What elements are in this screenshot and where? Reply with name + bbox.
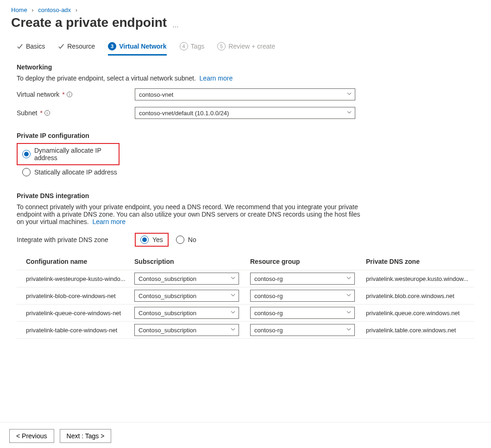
chevron-down-icon	[346, 110, 352, 117]
subnet-label: Subnet * i	[17, 109, 135, 117]
chevron-down-icon	[230, 292, 236, 299]
tab-tags[interactable]: 4 Tags	[180, 39, 205, 54]
tab-basics[interactable]: Basics	[17, 40, 45, 54]
radio-static-ip[interactable]: Statically allocate IP address	[19, 166, 474, 178]
table-row: privatelink-blob-core-windows-netContoso…	[17, 287, 474, 305]
chevron-down-icon	[346, 310, 352, 317]
tab-vnet-label: Virtual Network	[119, 43, 166, 50]
table-row: privatelink-table-core-windows-netContos…	[17, 322, 474, 339]
radio-icon	[22, 168, 31, 176]
subnet-dropdown[interactable]: contoso-vnet/default (10.1.0.0/24)	[135, 107, 355, 119]
ip-config-heading: Private IP configuration	[17, 132, 474, 139]
radio-integrate-yes[interactable]: Yes	[138, 235, 166, 245]
radio-dynamic-ip[interactable]: Dynamically allocate IP address	[19, 145, 117, 163]
networking-learn-more-link[interactable]: Learn more	[200, 75, 233, 82]
radio-icon	[140, 236, 149, 244]
table-row: privatelink-queue-core-windows-netContos…	[17, 305, 474, 322]
dns-desc-text: To connect privately with your private e…	[17, 203, 360, 225]
step-number-icon: 4	[180, 42, 188, 50]
col-header-subscription: Subscription	[131, 253, 246, 270]
resource-group-value: contoso-rg	[254, 327, 283, 334]
tab-basics-label: Basics	[26, 43, 45, 50]
resource-group-dropdown[interactable]: contoso-rg	[250, 273, 355, 285]
networking-heading: Networking	[17, 63, 474, 71]
radio-static-label: Statically allocate IP address	[34, 168, 117, 176]
resource-group-value: contoso-rg	[254, 310, 283, 317]
info-icon[interactable]: i	[67, 92, 72, 97]
vnet-dropdown-value: contoso-vnet	[139, 91, 173, 98]
dns-zone-cell: privatelink.table.core.windows.net	[366, 327, 456, 334]
radio-icon	[176, 236, 184, 244]
dns-zone-cell: privatelink.queue.core.windows.net	[366, 310, 460, 317]
tab-resource-label: Resource	[67, 43, 95, 50]
radio-dynamic-label: Dynamically allocate IP address	[34, 147, 114, 162]
breadcrumb-home[interactable]: Home	[11, 6, 27, 13]
wizard-tabs: Basics Resource 3 Virtual Network 4 Tags…	[17, 39, 474, 54]
integrate-dns-label: Integrate with private DNS zone	[17, 236, 135, 243]
subscription-value: Contoso_subscription	[138, 310, 196, 317]
integrate-dns-label-text: Integrate with private DNS zone	[17, 236, 108, 243]
config-name-cell: privatelink-westeurope-kusto-windo...	[26, 275, 126, 282]
required-asterisk-icon: *	[40, 109, 42, 117]
chevron-right-icon: ›	[76, 6, 77, 13]
radio-integrate-no[interactable]: No	[173, 235, 199, 245]
resource-group-dropdown[interactable]: contoso-rg	[250, 324, 355, 336]
chevron-down-icon	[230, 327, 236, 334]
subscription-dropdown[interactable]: Contoso_subscription	[134, 290, 239, 302]
config-name-cell: privatelink-table-core-windows-net	[26, 327, 117, 334]
radio-no-label: No	[188, 236, 196, 243]
subscription-dropdown[interactable]: Contoso_subscription	[134, 324, 239, 336]
wizard-footer: < Previous Next : Tags >	[0, 422, 491, 448]
subscription-value: Contoso_subscription	[138, 327, 196, 334]
resource-group-dropdown[interactable]: contoso-rg	[250, 307, 355, 319]
highlight-integrate-yes: Yes	[135, 233, 169, 247]
chevron-down-icon	[346, 275, 352, 282]
subscription-dropdown[interactable]: Contoso_subscription	[134, 273, 239, 285]
col-header-config-name: Configuration name	[17, 253, 131, 270]
highlight-dynamic-ip: Dynamically allocate IP address	[17, 143, 120, 165]
config-name-cell: privatelink-queue-core-windows-net	[26, 310, 121, 317]
tab-resource[interactable]: Resource	[58, 40, 95, 54]
dns-description: To connect privately with your private e…	[17, 203, 369, 225]
chevron-down-icon	[230, 310, 236, 317]
tab-review-create[interactable]: 5 Review + create	[217, 39, 275, 54]
chevron-down-icon	[346, 292, 352, 299]
chevron-down-icon	[346, 91, 352, 98]
virtual-network-dropdown[interactable]: contoso-vnet	[135, 88, 355, 100]
more-options-button[interactable]: …	[172, 21, 180, 29]
resource-group-dropdown[interactable]: contoso-rg	[250, 290, 355, 302]
chevron-down-icon	[346, 327, 352, 334]
config-name-cell: privatelink-blob-core-windows-net	[26, 292, 116, 299]
checkmark-icon	[58, 43, 64, 50]
checkmark-icon	[17, 43, 23, 50]
step-number-icon: 3	[108, 42, 116, 50]
step-number-icon: 5	[217, 42, 226, 50]
tab-virtual-network[interactable]: 3 Virtual Network	[108, 39, 166, 56]
col-header-resource-group: Resource group	[246, 253, 362, 270]
networking-description: To deploy the private endpoint, select a…	[17, 75, 369, 82]
breadcrumb: Home › contoso-adx ›	[0, 0, 491, 13]
subscription-dropdown[interactable]: Contoso_subscription	[134, 307, 239, 319]
dns-zone-table: Configuration name Subscription Resource…	[17, 253, 474, 339]
previous-button[interactable]: < Previous	[9, 429, 54, 443]
info-icon[interactable]: i	[44, 110, 50, 116]
chevron-down-icon	[230, 275, 236, 282]
col-header-dns-zone: Private DNS zone	[362, 253, 474, 270]
chevron-right-icon: ›	[31, 6, 33, 13]
subnet-label-text: Subnet	[17, 109, 37, 117]
next-button[interactable]: Next : Tags >	[60, 429, 112, 443]
subnet-dropdown-value: contoso-vnet/default (10.1.0.0/24)	[139, 110, 229, 117]
dns-heading: Private DNS integration	[17, 192, 474, 199]
required-asterisk-icon: *	[62, 91, 64, 98]
dns-learn-more-link[interactable]: Learn more	[92, 218, 126, 225]
resource-group-value: contoso-rg	[254, 275, 283, 282]
dns-zone-cell: privatelink.blob.core.windows.net	[366, 292, 454, 299]
table-row: privatelink-westeurope-kusto-windo...Con…	[17, 270, 474, 287]
networking-desc-text: To deploy the private endpoint, select a…	[17, 75, 196, 82]
subscription-value: Contoso_subscription	[138, 275, 196, 282]
dns-zone-cell: privatelink.westeurope.kusto.window...	[366, 275, 468, 282]
tab-tags-label: Tags	[191, 43, 205, 50]
breadcrumb-contoso-adx[interactable]: contoso-adx	[38, 6, 71, 13]
radio-icon	[22, 150, 31, 158]
radio-yes-label: Yes	[152, 236, 163, 243]
